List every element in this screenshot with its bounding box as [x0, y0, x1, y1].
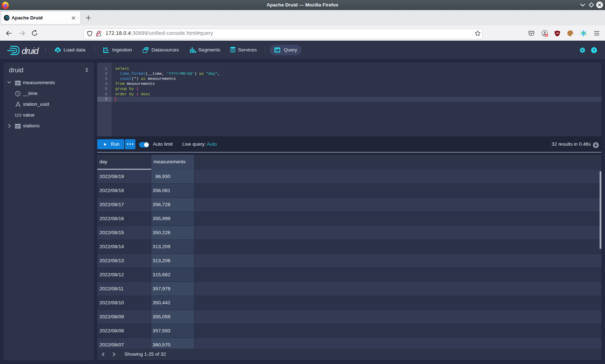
svg-text:?: ? — [592, 48, 595, 52]
svg-text:uO: uO — [556, 32, 559, 34]
